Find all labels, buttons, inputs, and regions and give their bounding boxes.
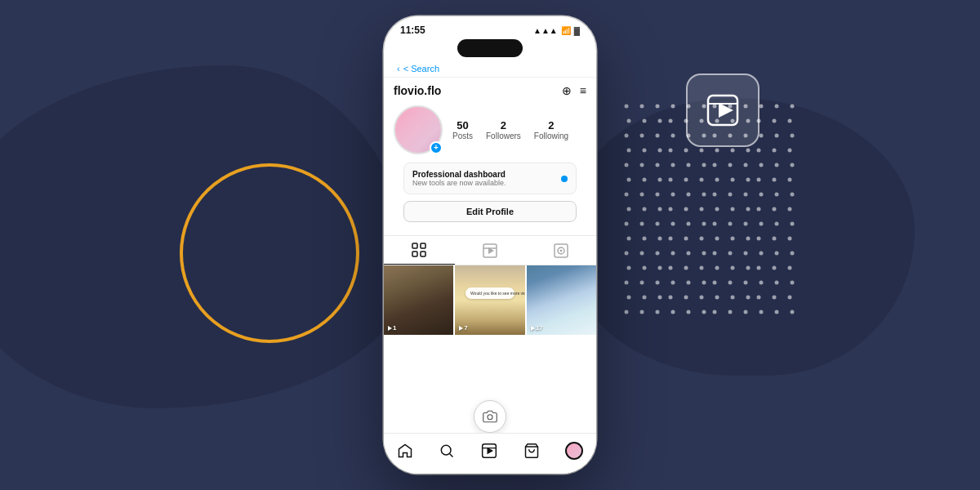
svg-rect-4: [421, 243, 425, 248]
phone-screen: 11:55 ▲▲▲ 📶 ▓ ‹ < Search flovio.flo: [384, 16, 596, 474]
nav-reels[interactable]: [481, 443, 497, 459]
tab-grid[interactable]: [384, 236, 455, 265]
followers-label: Followers: [486, 131, 521, 140]
edit-profile-button[interactable]: Edit Profile: [403, 201, 577, 222]
posts-stat[interactable]: 50 Posts: [452, 119, 473, 140]
svg-rect-6: [421, 252, 425, 256]
followers-stat[interactable]: 2 Followers: [486, 119, 521, 140]
dashboard-subtitle: New tools are now available.: [412, 179, 506, 187]
signal-icon: ▲▲▲: [533, 26, 558, 35]
camera-icon: [483, 409, 497, 424]
nav-profile[interactable]: [565, 442, 583, 460]
reels-icon-box: [686, 74, 760, 147]
battery-icon: ▓: [574, 26, 580, 35]
profile-tabs: [384, 235, 596, 265]
dynamic-island: [457, 39, 523, 57]
svg-point-13: [488, 415, 492, 420]
search-bar[interactable]: ‹ < Search: [384, 60, 596, 78]
video-badge-1: 1: [388, 324, 396, 332]
orange-circle-decoration: [180, 163, 359, 343]
profile-info-row: + 50 Posts 2 Followers 2 Foll: [394, 105, 586, 154]
reels-tab-icon: [483, 243, 497, 258]
following-stat[interactable]: 2 Following: [534, 119, 568, 140]
bottom-navigation: [384, 433, 596, 474]
play-icon-1: [388, 326, 392, 331]
status-icons: ▲▲▲ 📶 ▓: [533, 26, 580, 35]
search-label[interactable]: < Search: [403, 64, 439, 74]
posts-count: 50: [452, 119, 473, 131]
tab-reels[interactable]: [455, 236, 526, 265]
header-icons: ⊕ ≡: [562, 84, 586, 97]
profile-header: flovio.flo ⊕ ≡ + 50 Posts: [384, 78, 596, 235]
profile-avatar-nav: [565, 442, 583, 460]
grid-icon: [412, 243, 426, 257]
svg-point-14: [442, 445, 452, 455]
back-arrow-icon: ‹: [397, 64, 400, 74]
status-bar: 11:55 ▲▲▲ 📶 ▓: [384, 16, 596, 39]
shop-icon: [523, 443, 540, 459]
play-icon-3: [531, 326, 535, 331]
reels-play-icon: [705, 92, 741, 128]
status-time: 11:55: [400, 24, 425, 36]
tagged-icon: [554, 243, 568, 258]
svg-line-15: [450, 453, 453, 457]
video-badge-3: 17: [531, 324, 543, 332]
nav-shop[interactable]: [523, 443, 540, 459]
chat-bubble-overlay: Would you like to see more video content…: [466, 287, 514, 299]
add-story-button[interactable]: +: [430, 141, 443, 154]
followers-count: 2: [486, 119, 521, 131]
video-badge-2: 7: [459, 324, 467, 332]
reels-nav-icon: [481, 443, 497, 459]
phone-mockup: 11:55 ▲▲▲ 📶 ▓ ‹ < Search flovio.flo: [384, 16, 596, 474]
notification-dot: [561, 176, 568, 182]
home-icon: [397, 443, 413, 459]
dashboard-title: Professional dashboard: [412, 170, 506, 179]
grid-item-3[interactable]: 17: [527, 265, 596, 335]
play-icon-2: [459, 326, 463, 331]
search-icon: [439, 443, 455, 459]
profile-top-row: flovio.flo ⊕ ≡: [394, 84, 586, 97]
tab-tagged[interactable]: [525, 236, 596, 265]
menu-icon[interactable]: ≡: [580, 84, 586, 97]
camera-fab-button[interactable]: [474, 400, 506, 433]
dashboard-text: Professional dashboard New tools are now…: [412, 170, 506, 187]
add-post-icon[interactable]: ⊕: [562, 84, 572, 97]
username: flovio.flo: [394, 84, 441, 97]
following-label: Following: [534, 131, 568, 140]
svg-rect-5: [412, 252, 417, 256]
avatar-container: +: [394, 105, 443, 154]
professional-dashboard-banner[interactable]: Professional dashboard New tools are now…: [403, 163, 577, 194]
nav-search[interactable]: [439, 443, 455, 459]
posts-label: Posts: [452, 131, 473, 140]
svg-marker-1: [719, 103, 733, 118]
grid-item-1[interactable]: 1: [384, 265, 453, 335]
grid-item-2[interactable]: Would you like to see more video content…: [455, 265, 524, 335]
svg-point-12: [559, 249, 562, 252]
nav-home[interactable]: [397, 443, 413, 459]
svg-rect-3: [412, 243, 417, 248]
wifi-icon: 📶: [561, 26, 571, 35]
stats-row: 50 Posts 2 Followers 2 Following: [452, 119, 568, 140]
following-count: 2: [534, 119, 568, 131]
